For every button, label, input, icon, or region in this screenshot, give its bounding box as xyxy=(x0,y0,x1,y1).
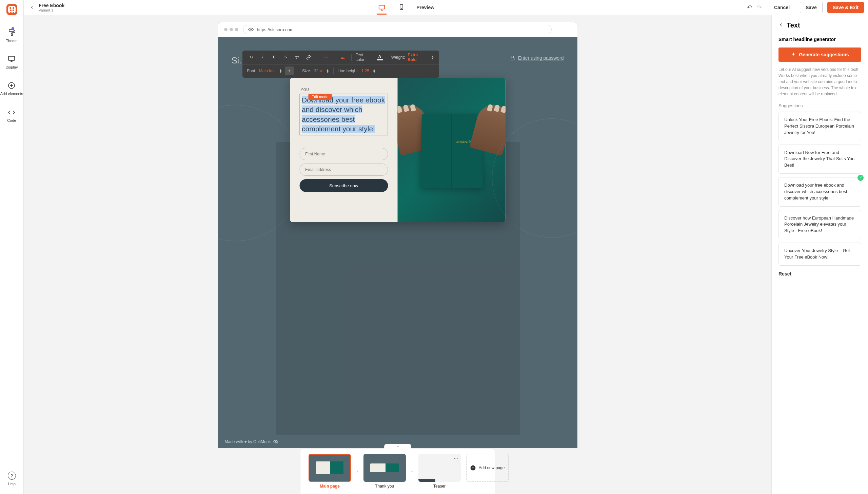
lh-label: Line height: xyxy=(338,69,359,73)
page-label-teaser: Teaser xyxy=(433,484,446,489)
mobile-icon xyxy=(398,4,405,11)
page-label-thankyou: Thank you xyxy=(375,484,394,489)
nav-code-label: Code xyxy=(7,118,16,122)
svg-rect-0 xyxy=(9,30,14,32)
page-menu-thankyou[interactable]: ⋯ xyxy=(399,456,403,461)
page-menu-main[interactable]: ⋯ xyxy=(343,457,348,462)
page-strip-handle[interactable] xyxy=(384,444,411,449)
size-value[interactable]: 32px xyxy=(314,69,323,73)
help-icon: ? xyxy=(8,472,16,480)
app-logo[interactable] xyxy=(6,4,17,15)
panel-subtitle: Smart headline generator xyxy=(778,37,861,42)
nav-code[interactable]: Code xyxy=(7,108,16,122)
page-menu-teaser[interactable]: ⋯ xyxy=(454,456,458,461)
reset-button[interactable]: Reset xyxy=(778,271,861,277)
headline-text: Download your free ebook and discover wh… xyxy=(302,96,385,133)
made-with-label: Made with ♥ by OptiMonk xyxy=(225,439,278,444)
first-name-input[interactable] xyxy=(299,148,388,160)
page-label-main: Main page xyxy=(320,484,340,489)
add-page-button[interactable]: Add new page xyxy=(466,454,509,482)
suggestion-card[interactable]: Unlock Your Free Ebook: Find the Perfect… xyxy=(778,112,861,141)
device-desktop-tab[interactable] xyxy=(377,5,387,15)
page-thumb-main[interactable]: ⋯ xyxy=(309,454,351,482)
save-button[interactable]: Save xyxy=(800,2,823,13)
case-button[interactable]: TT xyxy=(293,53,301,62)
clear-format-button[interactable]: T× xyxy=(321,53,330,62)
nav-help[interactable]: ? Help xyxy=(8,472,16,486)
text-color-button[interactable]: A xyxy=(377,54,383,60)
nav-display[interactable]: Display xyxy=(5,55,18,69)
weight-stepper[interactable]: ▲▼ xyxy=(431,55,434,59)
monitor-icon xyxy=(7,55,16,63)
browser-frame: https://sissora.com Si… Enter using pass… xyxy=(218,22,577,448)
strike-button[interactable]: S xyxy=(281,53,290,62)
align-left-icon xyxy=(340,55,345,60)
redo-button[interactable]: ↷ xyxy=(757,4,762,11)
sparkle-icon xyxy=(791,52,796,57)
eye-off-icon[interactable] xyxy=(273,439,278,444)
underline-button[interactable]: U xyxy=(270,53,279,62)
save-exit-button[interactable]: Save & Exit xyxy=(827,2,864,13)
desktop-icon xyxy=(378,4,386,12)
url-bar[interactable]: https://sissora.com xyxy=(243,25,552,34)
emoji-button[interactable]: ☺ xyxy=(247,53,256,62)
suggestion-card-selected[interactable]: Download your free ebook and discover wh… xyxy=(778,177,861,207)
text-color-label: Text color: xyxy=(356,53,374,62)
popup-image: መጽሐፍ ቅዱስ xyxy=(398,78,506,222)
edit-mode-badge: Edit mode xyxy=(308,94,332,100)
svg-rect-8 xyxy=(511,58,514,60)
chevron-right-icon: › xyxy=(356,469,358,474)
subscribe-button[interactable]: Subscribe now xyxy=(299,179,388,192)
page-thumb-teaser[interactable]: ⋯ xyxy=(418,454,461,482)
add-font-button[interactable]: + xyxy=(285,66,294,75)
panel-back-button[interactable] xyxy=(778,22,783,28)
nav-theme[interactable]: Theme xyxy=(6,28,17,43)
paint-roller-icon xyxy=(8,28,16,37)
page-title: Free Ebook xyxy=(39,3,64,8)
size-stepper[interactable]: ▲▼ xyxy=(326,69,329,73)
back-button[interactable] xyxy=(28,3,36,12)
canvas-area: https://sissora.com Si… Enter using pass… xyxy=(24,15,771,494)
headline-editor[interactable]: Edit mode Download your free ebook and d… xyxy=(299,94,388,135)
page-subtitle: Variant 1 xyxy=(39,8,64,12)
cancel-button[interactable]: Cancel xyxy=(769,2,795,13)
svg-rect-2 xyxy=(8,56,15,60)
left-rail: Theme Display Add elements Code ? Help xyxy=(0,0,24,494)
font-stepper[interactable]: ▲▼ xyxy=(279,69,282,73)
italic-button[interactable]: I xyxy=(258,53,267,62)
popup-kicker: YOU xyxy=(301,88,388,92)
generate-button[interactable]: Generate suggestions xyxy=(778,48,861,62)
eye-icon xyxy=(248,27,254,32)
url-text: https://sissora.com xyxy=(257,27,294,32)
weight-label: Weight: xyxy=(391,55,405,60)
link-button[interactable] xyxy=(304,53,313,62)
suggestions-label: Suggestions xyxy=(778,103,861,108)
suggestion-card[interactable]: Discover how European Handmade Porcelain… xyxy=(778,210,861,240)
undo-button[interactable]: ↶ xyxy=(747,4,752,11)
link-icon xyxy=(306,55,311,60)
lh-stepper[interactable]: ▲▼ xyxy=(373,69,376,73)
preview-button[interactable]: Preview xyxy=(416,5,434,10)
popup-preview: ✕ YOU Edit mode Download your free ebook… xyxy=(290,78,505,222)
topbar: Free Ebook Variant 1 Preview ↶ ↷ Cancel … xyxy=(24,0,868,15)
svg-point-7 xyxy=(250,29,252,30)
page-thumb-thankyou[interactable]: ⋯ xyxy=(363,454,406,482)
suggestion-card[interactable]: Uncover Your Jewelry Style – Get Your Fr… xyxy=(778,243,861,266)
dot-separator: • xyxy=(411,469,413,474)
weight-value[interactable]: Extra Bold xyxy=(408,53,428,62)
right-panel: Text Smart headline generator Generate s… xyxy=(771,15,868,494)
divider xyxy=(299,141,313,141)
plus-circle-icon xyxy=(7,81,16,90)
nav-add-elements[interactable]: Add elements xyxy=(0,81,23,96)
svg-rect-4 xyxy=(379,5,385,9)
device-mobile-tab[interactable] xyxy=(397,3,406,12)
size-label: Size: xyxy=(302,69,311,73)
align-button[interactable] xyxy=(338,53,347,62)
page-strip: ⋯ Main page › ⋯ Thank you • xyxy=(300,448,495,494)
email-input[interactable] xyxy=(299,164,388,176)
enter-password-link[interactable]: Enter using password xyxy=(510,55,564,61)
suggestion-card[interactable]: Download Now for Free and Discover the J… xyxy=(778,145,861,174)
lh-value[interactable]: 1.25 xyxy=(361,69,369,73)
font-value[interactable]: Main font xyxy=(259,69,276,73)
nav-display-label: Display xyxy=(5,65,18,69)
